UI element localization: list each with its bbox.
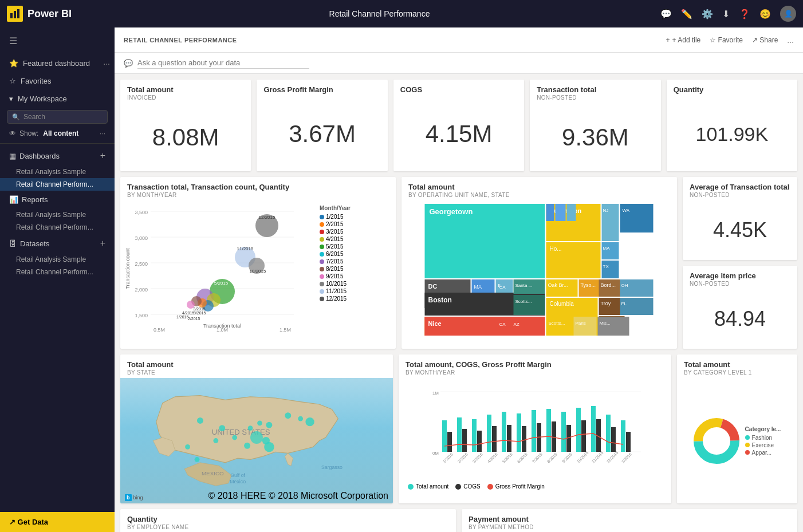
settings-icon[interactable]: ⚙️ xyxy=(702,9,713,19)
svg-rect-2 xyxy=(17,9,19,18)
avg-item-price-title: Average item price xyxy=(690,271,790,280)
sidebar-item-retail-analysis[interactable]: Retail Analysis Sample xyxy=(0,165,115,178)
donut-tile: Total amount BY CATEGORY LEVEL 1 xyxy=(677,354,797,503)
download-icon[interactable]: ⬇ xyxy=(722,9,730,19)
reports-header[interactable]: 📊 Reports xyxy=(0,191,115,208)
qa-input[interactable] xyxy=(137,57,309,69)
sidebar-item-workspace[interactable]: ▾ My Workspace xyxy=(0,90,115,108)
eye-icon: 👁 xyxy=(9,129,16,137)
legend-item-8: 8/2015 xyxy=(320,266,351,272)
avg-item-price-subtitle: NON-POSTED xyxy=(690,281,790,287)
svg-text:CA: CA xyxy=(499,285,506,290)
featured-label: Featured dashboard xyxy=(23,59,90,68)
map-content: Gulf of Mexico UNITED STATES MEXICO Sarg… xyxy=(120,378,393,503)
legend-item-12: 12/2015 xyxy=(320,295,351,302)
datasets-header[interactable]: 🗄 Datasets + xyxy=(0,234,115,253)
treemap-header: Total amount BY OPERATING UNIT NAME, STA… xyxy=(402,177,677,200)
favorite-button[interactable]: ☆ Favorite xyxy=(710,36,743,44)
more-icon[interactable]: ··· xyxy=(103,59,110,68)
svg-rect-138 xyxy=(507,425,511,452)
sidebar-item-dataset-channel[interactable]: Retail Channel Perform... xyxy=(0,266,115,278)
sidebar-item-favorites[interactable]: ☆ Favorites xyxy=(0,72,115,90)
speech-bubble-icon: 💬 xyxy=(124,59,133,68)
sidebar-item-retail-channel[interactable]: Retail Channel Perform... xyxy=(0,178,115,191)
comment-icon[interactable]: 💬 xyxy=(660,9,672,19)
svg-text:0M: 0M xyxy=(432,451,439,456)
show-label: Show: xyxy=(19,129,38,137)
help-icon[interactable]: ❓ xyxy=(739,9,750,19)
bubble-chart-title: Transaction total, Transaction count, Qu… xyxy=(127,183,389,191)
svg-point-115 xyxy=(197,417,203,424)
kpi-cogs-title: COGS xyxy=(400,85,517,94)
svg-rect-130 xyxy=(447,432,452,452)
avg-item-price-tile: Average item price NON-POSTED 84.94 xyxy=(683,266,797,349)
bubble-chart-svg: 3,500 3,000 2,500 2,000 1,500 0.5M 1.0M … xyxy=(125,203,320,334)
add-dataset-button[interactable]: + xyxy=(100,238,105,249)
kpi-cogs-value: 4.15M xyxy=(393,97,524,171)
edit-icon[interactable]: ✏️ xyxy=(681,9,692,19)
svg-text:2,000: 2,000 xyxy=(135,287,148,293)
qty-header: Quantity BY EMPLOYEE NAME xyxy=(120,509,456,532)
svg-rect-136 xyxy=(492,426,497,452)
get-data-button[interactable]: ↗ Get Data xyxy=(0,512,115,532)
svg-text:10/2015: 10/2015 xyxy=(250,269,266,274)
legend-item-4: 4/2015 xyxy=(320,236,351,242)
avg-transaction-subtitle: NON-POSTED xyxy=(690,192,790,198)
reports-label: Reports xyxy=(22,195,48,204)
svg-rect-92 xyxy=(598,317,629,336)
kpi-transaction-title: Transaction total xyxy=(537,85,654,94)
avatar[interactable]: 👤 xyxy=(780,6,796,22)
kpi-transaction-value: 9.36M xyxy=(530,103,660,171)
kpi-total-value: 8.08M xyxy=(120,103,251,171)
more-options-button[interactable]: ... xyxy=(787,36,794,45)
add-tile-button[interactable]: + + Add tile xyxy=(666,36,701,44)
search-input[interactable] xyxy=(23,113,103,121)
sidebar-item-report-retail[interactable]: Retail Analysis Sample xyxy=(0,208,115,221)
dashboards-header[interactable]: ▦ Dashboards + xyxy=(0,146,115,165)
svg-text:Scotts...: Scotts... xyxy=(549,321,565,326)
sidebar-item-report-channel[interactable]: Retail Channel Perform... xyxy=(0,221,115,234)
svg-rect-48 xyxy=(602,242,619,259)
svg-text:0.5M: 0.5M xyxy=(153,327,165,333)
svg-rect-154 xyxy=(626,432,631,452)
kpi-quantity-header: Quantity xyxy=(667,80,797,97)
svg-rect-135 xyxy=(487,415,491,452)
svg-point-124 xyxy=(195,457,200,462)
svg-text:12/2015: 12/2015 xyxy=(606,451,619,464)
legend-fashion: Fashion xyxy=(745,435,781,441)
kpi-quantity: Quantity 101.99K xyxy=(667,80,797,171)
legend-cogs: COGS xyxy=(455,483,480,490)
search-box[interactable]: 🔍 xyxy=(7,110,108,124)
show-filter[interactable]: 👁 Show: All content ··· xyxy=(0,126,115,141)
treemap-title: Total amount xyxy=(408,183,670,191)
svg-point-116 xyxy=(213,438,218,443)
hamburger-button[interactable]: ☰ xyxy=(0,27,115,54)
svg-text:Scotts...: Scotts... xyxy=(515,299,532,304)
kpi-transaction: Transaction total NON-POSTED 9.36M xyxy=(530,80,660,171)
kpi-quantity-title: Quantity xyxy=(674,85,790,94)
donut-title: Total amount xyxy=(684,360,790,369)
legend-apparel: Appar... xyxy=(745,450,781,456)
sidebar-item-dataset-retail[interactable]: Retail Analysis Sample xyxy=(0,253,115,266)
legend-total: Total amount xyxy=(408,483,448,490)
svg-text:5/2015: 5/2015 xyxy=(214,281,229,286)
tiles-area: Total amount INVOICED 8.08M Gross Profit… xyxy=(115,74,803,532)
svg-text:Mexico: Mexico xyxy=(230,479,246,484)
avg-item-price-value: 84.94 xyxy=(683,289,797,349)
more-icon-show[interactable]: ··· xyxy=(100,129,105,137)
svg-rect-149 xyxy=(591,406,596,452)
smiley-icon[interactable]: 😊 xyxy=(759,9,771,19)
svg-text:9/2015: 9/2015 xyxy=(561,452,573,464)
main-layout: ☰ ⭐ Featured dashboard ··· ☆ Favorites ▾… xyxy=(0,27,803,532)
svg-text:3/2015: 3/2015 xyxy=(193,307,206,311)
svg-text:1M: 1M xyxy=(432,391,439,396)
share-button[interactable]: ↗ Share xyxy=(752,36,778,44)
map-tile: Total amount BY STATE xyxy=(120,354,393,503)
sidebar-item-featured[interactable]: ⭐ Featured dashboard ··· xyxy=(0,54,115,72)
svg-rect-131 xyxy=(457,417,462,452)
svg-rect-152 xyxy=(611,427,616,452)
svg-rect-133 xyxy=(472,419,477,452)
add-dashboard-button[interactable]: + xyxy=(100,151,105,161)
svg-rect-129 xyxy=(442,420,447,452)
bar-legend: Total amount COGS Gross Profit Margin xyxy=(403,483,667,490)
